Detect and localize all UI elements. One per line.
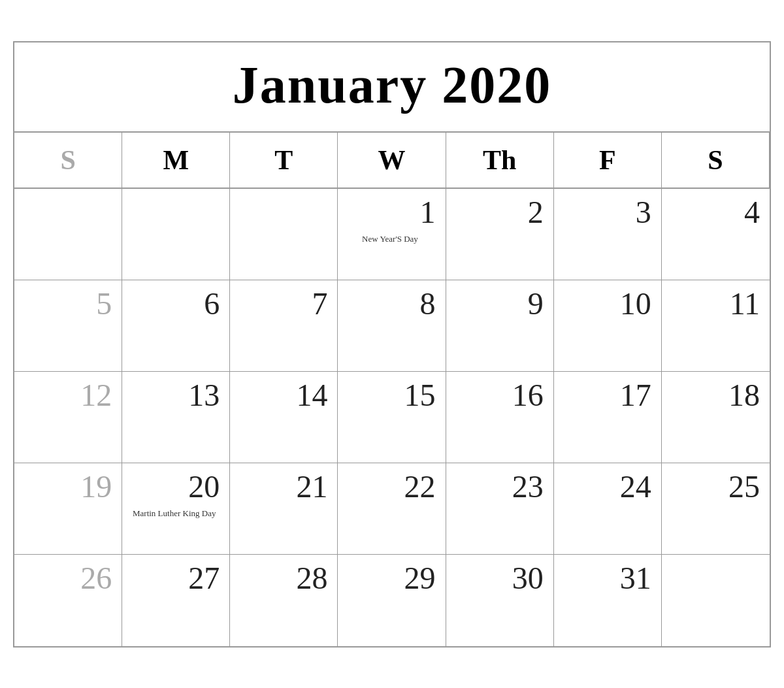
cal-cell-30: 30: [446, 555, 554, 646]
day-number: 31: [561, 561, 651, 596]
cal-cell-1: 1New Year'S Day: [338, 189, 446, 280]
day-number: 14: [237, 378, 327, 413]
cal-cell-26: 26: [14, 555, 122, 646]
cal-cell-19: 19: [14, 463, 122, 555]
day-number: 25: [668, 470, 760, 504]
day-number: 29: [344, 561, 435, 596]
day-number: 8: [344, 287, 435, 321]
day-number: 12: [21, 378, 112, 413]
day-number: 26: [21, 561, 112, 596]
cal-cell-20: 20Martin Luther King Day: [122, 463, 230, 555]
day-number: 2: [453, 195, 544, 230]
cal-cell-14: 14: [230, 372, 338, 463]
day-number: 27: [129, 561, 220, 596]
cal-cell-15: 15: [338, 372, 446, 463]
cal-cell-24: 24: [554, 463, 662, 555]
day-number: 10: [561, 287, 651, 321]
calendar-grid: SMTWThFS1New Year'S Day23456789101112131…: [14, 133, 770, 646]
cal-cell-2: 2: [446, 189, 554, 280]
holiday-label: New Year'S Day: [344, 233, 435, 245]
cal-cell-16: 16: [446, 372, 554, 463]
day-number: 21: [237, 470, 327, 504]
day-number: 28: [237, 561, 327, 596]
day-header-sunday: S: [14, 133, 122, 189]
day-number: 22: [344, 470, 435, 504]
empty-cell: [662, 555, 770, 646]
cal-cell-4: 4: [662, 189, 770, 280]
day-number: 11: [668, 287, 760, 321]
cal-cell-5: 5: [14, 280, 122, 372]
cal-cell-18: 18: [662, 372, 770, 463]
day-number: 23: [453, 470, 544, 504]
cal-cell-17: 17: [554, 372, 662, 463]
cal-cell-31: 31: [554, 555, 662, 646]
cal-cell-12: 12: [14, 372, 122, 463]
cal-cell-23: 23: [446, 463, 554, 555]
cal-cell-13: 13: [122, 372, 230, 463]
day-number: 30: [453, 561, 544, 596]
day-number: 7: [237, 287, 327, 321]
day-number: 19: [21, 470, 112, 504]
empty-cell: [230, 189, 338, 280]
cal-cell-9: 9: [446, 280, 554, 372]
calendar: January 2020 SMTWThFS1New Year'S Day2345…: [13, 41, 771, 647]
cal-cell-21: 21: [230, 463, 338, 555]
day-number: 9: [453, 287, 544, 321]
day-header-saturday: S: [662, 133, 770, 189]
cal-cell-11: 11: [662, 280, 770, 372]
day-header-friday: F: [554, 133, 662, 189]
day-header-wednesday: W: [338, 133, 446, 189]
cal-cell-28: 28: [230, 555, 338, 646]
cal-cell-8: 8: [338, 280, 446, 372]
cal-cell-10: 10: [554, 280, 662, 372]
calendar-title: January 2020: [14, 42, 770, 133]
holiday-label: Martin Luther King Day: [129, 508, 220, 519]
cal-cell-25: 25: [662, 463, 770, 555]
day-number: 15: [344, 378, 435, 413]
day-number: 17: [561, 378, 651, 413]
day-header-thursday: Th: [446, 133, 554, 189]
cal-cell-22: 22: [338, 463, 446, 555]
day-number: 18: [668, 378, 760, 413]
day-number: 3: [561, 195, 651, 230]
day-number: 5: [21, 287, 112, 321]
cal-cell-6: 6: [122, 280, 230, 372]
day-number: 13: [129, 378, 220, 413]
empty-cell: [14, 189, 122, 280]
cal-cell-27: 27: [122, 555, 230, 646]
cal-cell-7: 7: [230, 280, 338, 372]
day-number: 1: [344, 195, 435, 230]
day-number: 24: [561, 470, 651, 504]
day-number: 20: [129, 470, 220, 504]
cal-cell-29: 29: [338, 555, 446, 646]
day-number: 6: [129, 287, 220, 321]
day-header-tuesday: T: [230, 133, 338, 189]
cal-cell-3: 3: [554, 189, 662, 280]
day-number: 16: [453, 378, 544, 413]
day-header-monday: M: [122, 133, 230, 189]
empty-cell: [122, 189, 230, 280]
day-number: 4: [668, 195, 760, 230]
